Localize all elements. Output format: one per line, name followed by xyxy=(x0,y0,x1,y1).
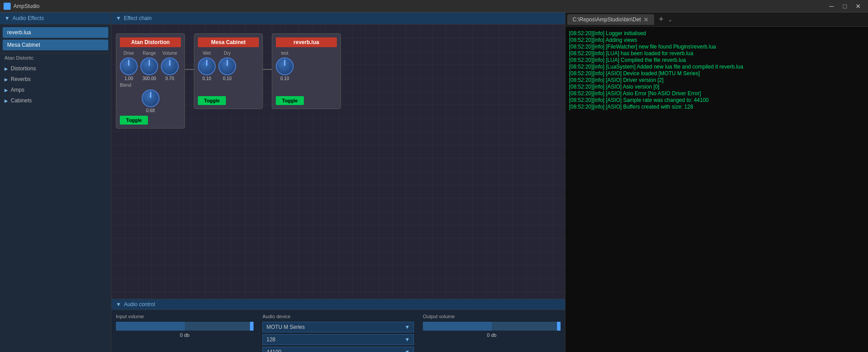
dry-knob-group: Dry 0.10 xyxy=(218,51,236,81)
atan-toggle-button[interactable]: Toggle xyxy=(120,116,148,125)
buffer-size-arrow: ▼ xyxy=(405,336,410,343)
drive-value: 1.00 xyxy=(124,76,133,81)
console-line: [08:52:20][info] Logger initialised xyxy=(569,30,864,36)
input-volume-section: Input volume 0 db xyxy=(116,314,254,352)
tree-reverbs[interactable]: ▶ Reverbs xyxy=(0,74,111,85)
output-volume-value: 0 db xyxy=(423,332,561,338)
cabinets-arrow: ▶ xyxy=(4,98,8,103)
console-line: [08:52:20][info] Adding views xyxy=(569,37,864,43)
distortions-arrow: ▶ xyxy=(4,66,8,71)
blend-knob[interactable] xyxy=(142,89,160,107)
console-tab-close[interactable]: ✕ xyxy=(643,16,649,23)
active-effect-mesa[interactable]: Mesa Cabinet xyxy=(3,40,108,50)
effect-chain-header: ▼ Effect chain xyxy=(111,12,565,24)
dry-knob[interactable] xyxy=(218,57,236,75)
console-line: [08:52:20][info] [LUA] Compiled the file… xyxy=(569,57,864,63)
range-label: Range xyxy=(143,51,156,56)
input-volume-value: 0 db xyxy=(116,332,254,338)
console-panel: C:\Repos\AmpStudio\bin\Det ✕ + ⌄ [08:52:… xyxy=(565,12,868,352)
audio-device-arrow: ▼ xyxy=(405,324,410,330)
maximize-button[interactable]: □ xyxy=(839,2,851,11)
range-value: 300.00 xyxy=(143,76,156,81)
output-volume-label: Output volume xyxy=(423,314,561,319)
test-value: 0.10 xyxy=(280,76,289,81)
sample-rate-dropdown[interactable]: 44100 ▼ xyxy=(262,347,414,352)
effect-chain-title: Effect chain xyxy=(124,15,151,21)
amps-label: Amps xyxy=(11,87,25,93)
console-tab-add[interactable]: + xyxy=(655,15,667,24)
test-knob[interactable] xyxy=(276,57,294,75)
atan-distortion-card: Atan Distortion Drive 1.00 Range 300.00 xyxy=(116,33,185,129)
wet-value: 0.10 xyxy=(202,76,211,81)
audio-device-section: Audio device MOTU M Series ▼ 128 ▼ 44100… xyxy=(262,314,414,352)
active-effects-list: reverb.lua Mesa Cabinet xyxy=(0,24,111,53)
title-bar-left: AmpStudio xyxy=(4,3,40,10)
tree-distortions[interactable]: ▶ Distortions xyxy=(0,63,111,74)
range-knob[interactable] xyxy=(140,57,158,75)
dry-value: 0.10 xyxy=(223,76,231,81)
console-line: [08:52:20][info] [ASIO] Buffers created … xyxy=(569,104,864,110)
sample-rate-value: 44100 xyxy=(266,349,281,352)
sample-rate-arrow: ▼ xyxy=(405,349,410,352)
console-tab[interactable]: C:\Repos\AmpStudio\bin\Det ✕ xyxy=(567,14,654,25)
wet-knob[interactable] xyxy=(198,57,216,75)
selected-effect-label: Atan Distortic xyxy=(0,53,111,62)
blend-section: Blend 0.68 xyxy=(120,83,181,113)
connector-2 xyxy=(263,33,272,70)
cabinets-label: Cabinets xyxy=(11,97,32,104)
line-1 xyxy=(185,69,194,70)
audio-effects-title: Audio Effects xyxy=(12,15,44,21)
console-line: [08:52:20][info] [ASIO] Device loaded [M… xyxy=(569,70,864,77)
audio-control-icon: ▼ xyxy=(116,301,121,307)
close-button[interactable]: ✕ xyxy=(852,2,864,11)
reverb-knob-row: test 0.10 xyxy=(276,51,337,81)
mesa-cabinet-card: Mesa Cabinet Wet 0.10 Dry 0.10 xyxy=(194,33,263,109)
connector-1 xyxy=(185,33,194,70)
console-tab-chevron[interactable]: ⌄ xyxy=(668,16,672,23)
mesa-cabinet-title: Mesa Cabinet xyxy=(198,37,259,47)
console-tab-label: C:\Repos\AmpStudio\bin\Det xyxy=(573,16,641,23)
title-bar: AmpStudio ─ □ ✕ xyxy=(0,0,868,12)
drive-knob-group: Drive 1.00 xyxy=(120,51,138,81)
output-volume-slider[interactable] xyxy=(423,322,561,331)
reverbs-arrow: ▶ xyxy=(4,77,8,82)
drive-label: Drive xyxy=(123,51,134,56)
drive-knob[interactable] xyxy=(120,57,138,75)
mesa-toggle-button[interactable]: Toggle xyxy=(198,96,226,105)
output-volume-fill xyxy=(423,322,492,331)
reverb-toggle-button[interactable]: Toggle xyxy=(276,96,304,105)
title-bar-controls: ─ □ ✕ xyxy=(825,2,864,11)
wet-label: Wet xyxy=(203,51,211,56)
left-panel: ▼ Audio Effects reverb.lua Mesa Cabinet … xyxy=(0,12,111,352)
center-area: ▼ Effect chain Atan Distortion Drive 1.0… xyxy=(111,12,565,352)
console-content: [08:52:20][info] Logger initialised[08:5… xyxy=(565,27,868,352)
buffer-size-value: 128 xyxy=(266,336,275,343)
input-volume-thumb xyxy=(250,322,254,331)
volume-value: 0.70 xyxy=(165,76,174,81)
tree-cabinets[interactable]: ▶ Cabinets xyxy=(0,95,111,106)
range-knob-group: Range 300.00 xyxy=(140,51,158,81)
blend-value: 0.68 xyxy=(146,108,155,113)
test-knob-group: test 0.10 xyxy=(276,51,294,81)
reverb-lua-title: reverb.lua xyxy=(276,37,337,47)
minimize-button[interactable]: ─ xyxy=(825,2,838,11)
tree-amps[interactable]: ▶ Amps xyxy=(0,85,111,95)
buffer-size-dropdown[interactable]: 128 ▼ xyxy=(262,334,414,345)
dry-label: Dry xyxy=(224,51,231,56)
volume-knob-group: Volume 0.70 xyxy=(161,51,179,81)
audio-control-body: Input volume 0 db Audio device MOTU M Se… xyxy=(111,310,565,352)
output-volume-section: Output volume 0 db xyxy=(423,314,561,352)
volume-label: Volume xyxy=(162,51,177,56)
audio-device-value: MOTU M Series xyxy=(266,324,305,330)
active-effect-reverb[interactable]: reverb.lua xyxy=(3,27,108,38)
blend-knob-group: 0.68 xyxy=(120,89,181,113)
volume-knob[interactable] xyxy=(161,57,179,75)
audio-effects-icon: ▼ xyxy=(4,15,10,21)
audio-device-dropdown[interactable]: MOTU M Series ▼ xyxy=(262,322,414,332)
audio-control-header: ▼ Audio control xyxy=(111,299,565,310)
blend-label: Blend xyxy=(120,83,181,88)
distortions-label: Distortions xyxy=(11,65,36,72)
console-line: [08:52:20][info] [ASIO] Asio Error [No A… xyxy=(569,90,864,97)
effect-chain-canvas[interactable]: Atan Distortion Drive 1.00 Range 300.00 xyxy=(111,24,565,299)
input-volume-slider[interactable] xyxy=(116,322,254,331)
